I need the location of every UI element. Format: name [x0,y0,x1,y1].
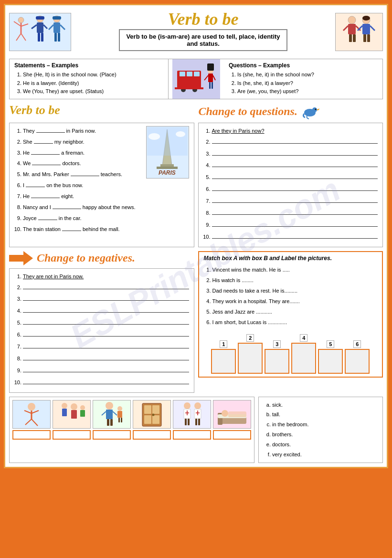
svg-line-8 [32,25,37,29]
svg-rect-14 [53,22,60,33]
blank-field[interactable] [38,220,57,220]
answer-line[interactable] [23,306,189,313]
blank-field[interactable] [31,154,60,155]
match-item: His watch is ........ [212,275,378,285]
svg-point-66 [62,403,67,409]
image-placeholder-3 [93,400,131,429]
blank-field[interactable] [53,209,81,209]
svg-rect-99 [198,419,200,425]
blank-field[interactable] [71,176,99,176]
svg-point-58 [176,131,185,137]
answer-line[interactable] [212,208,378,215]
answer-line[interactable] [212,149,378,156]
answer-options-section: sick. tall. in the bedroom. brothers. do… [258,397,383,463]
negative-item [23,306,189,316]
slot-image-1[interactable] [211,349,236,374]
answer-line[interactable] [23,342,189,348]
svg-line-3 [21,24,28,26]
answer-line[interactable] [212,220,378,227]
svg-rect-76 [107,419,109,426]
london-image [172,59,220,99]
blank-field[interactable] [31,198,60,198]
statement-item: She (He, It) is in the school now. (Plac… [23,71,163,79]
picture-slot-6: 6 [345,340,370,374]
svg-rect-69 [71,410,77,419]
blank-field[interactable] [36,132,65,133]
answer-line[interactable] [212,232,378,239]
slot-label-1: 1 [220,340,227,348]
answer-line[interactable] [212,137,378,144]
svg-line-44 [204,75,208,80]
svg-marker-50 [317,108,319,111]
question-exercise-item: Are they in Paris now? [212,126,378,136]
answer-line[interactable] [212,160,378,167]
answer-line[interactable] [23,318,189,325]
answer-box-3[interactable] [93,430,131,440]
answer-box-1[interactable] [12,430,51,440]
slot-image-2[interactable] [238,343,263,374]
answer-1: Are they in Paris now? [212,128,265,134]
answer-line[interactable] [23,283,189,289]
svg-point-57 [148,133,160,140]
svg-point-88 [184,402,191,409]
match-item: They work in a hospital. They are....... [212,296,378,306]
answer-box-4[interactable] [133,430,171,440]
negative-item: They are not in Paris now. [23,272,189,282]
answer-line[interactable] [212,184,378,191]
blank-field[interactable] [26,187,45,187]
picture-slot-2: 2 [238,334,263,374]
answer-option: sick. [272,400,378,410]
svg-rect-81 [121,418,122,422]
exercise-item: The train station behind the mall. [23,224,189,234]
negative-item [23,318,189,328]
worksheet-page: ESLPrintables.com [4,4,388,468]
statements-title: Statements – Examples [14,62,163,69]
svg-line-63 [32,411,39,413]
svg-rect-43 [207,63,214,71]
blank-field[interactable] [62,231,81,231]
svg-point-94 [194,402,201,409]
svg-rect-35 [180,72,185,76]
header-left-image [9,13,71,51]
svg-rect-86 [152,415,159,424]
answer-line[interactable] [212,196,378,203]
svg-point-60 [28,403,35,411]
answer-line[interactable] [23,366,189,372]
answer-line[interactable] [23,378,189,384]
svg-rect-71 [80,410,85,417]
question-item: Is (he, she, it) a lawyer? [237,79,378,88]
answer-box-2[interactable] [53,430,91,440]
svg-rect-7 [37,22,43,33]
answer-line[interactable] [23,294,189,301]
svg-rect-21 [348,24,356,34]
svg-line-45 [213,75,215,80]
answer-line[interactable] [23,330,189,337]
svg-rect-27 [362,24,370,34]
slot-image-5[interactable] [318,349,343,374]
images-row [12,400,251,440]
image-placeholder-6 [213,400,251,429]
questions-exercise: Are they in Paris now? [198,123,383,247]
slot-image-4[interactable] [291,343,316,374]
slot-image-3[interactable] [265,349,289,374]
questions-examples: Questions – Examples Is (she, he, it) in… [224,59,382,99]
svg-rect-54 [157,167,178,169]
answer-box-5[interactable] [173,430,211,440]
slot-image-6[interactable] [345,349,370,374]
svg-line-15 [49,25,53,30]
answer-box-6[interactable] [213,430,251,440]
blank-field[interactable] [32,165,61,165]
svg-rect-18 [58,33,60,42]
answer-option: in the bedroom. [272,420,378,430]
paris-image: PARIS [146,126,189,179]
picture-slot-1: 1 [211,340,236,374]
blank-field[interactable] [34,143,53,144]
svg-point-78 [117,406,122,411]
svg-rect-104 [228,411,246,417]
negative-item [23,342,189,352]
answer-line[interactable] [212,172,378,179]
examples-row: Statements – Examples She (He, It) is in… [9,59,383,99]
match-item: Dad needs to take a rest. He is......... [212,285,378,296]
svg-rect-53 [160,164,174,167]
answer-line[interactable] [23,354,189,360]
